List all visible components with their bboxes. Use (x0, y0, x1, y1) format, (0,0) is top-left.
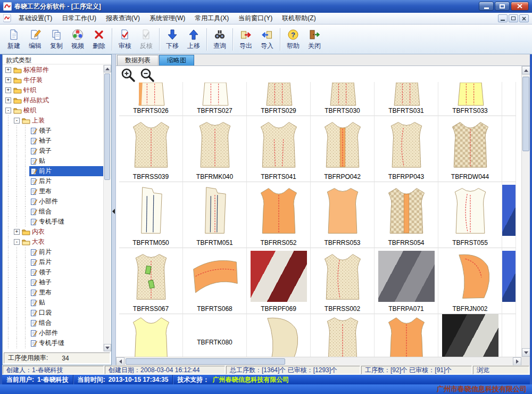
menu-item-online-help[interactable]: 联机帮助(Z) (277, 13, 320, 24)
tree-item-组合[interactable]: 组合 (3, 318, 103, 328)
tab-thumbnails[interactable]: 缩略图 (159, 55, 194, 65)
tree-item-里布[interactable]: 里布 (3, 288, 103, 298)
thumbnail-TBFRTM051[interactable]: TBFRTM051 (183, 182, 247, 248)
thumbnail-TBFRST055[interactable]: TBFRST055 (438, 182, 502, 248)
toolbar-button-help[interactable]: ? 帮助 (282, 26, 304, 53)
thumbnail-TBFRTS026[interactable]: TBFRTS026 (119, 82, 183, 116)
vertical-scrollbar[interactable] (521, 66, 530, 357)
thumbnail-TBFRTS041[interactable]: TBFRTS041 (247, 116, 311, 182)
tree-item-组合[interactable]: 组合 (3, 207, 103, 217)
sidebar-splitter[interactable] (112, 54, 116, 365)
tree-item-口袋[interactable]: 口袋 (3, 308, 103, 318)
tree-item-针织[interactable]: +针织 (3, 85, 103, 95)
thumbnail-TBFRMK040[interactable]: TBFRMK040 (183, 116, 247, 182)
tree-item-袖子[interactable]: 袖子 (3, 136, 103, 146)
toolbar-button-move-down[interactable]: 下移 (162, 26, 183, 53)
toolbar-button-move-up[interactable]: 上移 (183, 26, 204, 53)
tree-item-梭织[interactable]: -梭织 (3, 105, 103, 116)
tree-expander-icon[interactable]: + (5, 77, 11, 83)
thumbnail-cell[interactable] (502, 116, 516, 182)
tree-item-内衣[interactable]: +内衣 (3, 227, 103, 237)
thumbnail-TBFRTM050[interactable]: TBFRTM050 (119, 182, 183, 248)
mdi-minimize-button[interactable] (498, 14, 508, 22)
thumbnail-cell[interactable] (502, 248, 516, 314)
maximize-button[interactable] (495, 2, 510, 11)
scrollbar-thumb[interactable] (104, 73, 110, 180)
tree-item-牛仔装[interactable]: +牛仔装 (3, 75, 103, 85)
tree-item-袖子[interactable]: 袖子 (3, 277, 103, 288)
tab-data-list[interactable]: 数据列表 (117, 55, 159, 65)
toolbar-button-video[interactable]: 视频 (67, 26, 88, 53)
scroll-down-button[interactable] (104, 344, 111, 351)
tree-item-袋子[interactable]: 袋子 (3, 146, 103, 156)
scrollbar-thumb[interactable] (522, 77, 529, 151)
thumbnail-TBFRTS031[interactable]: TBFRTS031 (375, 82, 438, 116)
tree-item-后片[interactable]: 后片 (3, 176, 103, 186)
minimize-button[interactable] (479, 2, 494, 11)
tree-item-前片[interactable]: 前片 (3, 247, 103, 257)
tree-item-大衣[interactable]: -大衣 (3, 237, 103, 247)
menu-item-daily-work[interactable]: 日常工作(U) (57, 13, 101, 24)
toolbar-button-delete[interactable]: 删除 (88, 26, 110, 53)
thumbnail-cell[interactable] (311, 314, 375, 357)
thumbnail-TBFRSS039[interactable]: TBFRSS039 (119, 116, 183, 182)
tree-item-贴[interactable]: 贴 (3, 156, 103, 166)
thumbnail-TBFRTS030[interactable]: TBFRTS030 (311, 82, 375, 116)
thumbnail-TBFRPO042[interactable]: TBFRPO042 (311, 116, 375, 182)
tree-item-领子[interactable]: 领子 (3, 267, 103, 277)
menu-item-basic-settings[interactable]: 基础设置(T) (14, 13, 57, 24)
toolbar-button-export[interactable]: 导出 (235, 26, 256, 53)
thumbnail-cell[interactable] (502, 182, 516, 248)
tree-item-贴[interactable]: 贴 (3, 298, 103, 308)
tree-expander-icon[interactable]: - (14, 239, 20, 245)
thumbnail-TBFRTS068[interactable]: TBFRTS068 (183, 248, 247, 314)
toolbar-button-search[interactable]: 查询 (209, 26, 230, 53)
tree-item-里布[interactable]: 里布 (3, 186, 103, 196)
thumbnail-TBFRSS067[interactable]: TBFRSS067 (119, 248, 183, 314)
thumbnail-cell[interactable] (247, 314, 311, 357)
thumbnail-TBFRPA071[interactable]: TBFRPA071 (375, 248, 438, 314)
thumbnail-TBFRPF069[interactable]: TBFRPF069 (247, 248, 311, 314)
tree-item-上装[interactable]: -上装 (3, 116, 103, 126)
thumbnail-TBFRTS029[interactable]: TBFRTS029 (247, 82, 311, 116)
tree-item-样品款式[interactable]: +样品款式 (3, 95, 103, 105)
toolbar-button-close-window[interactable]: 关闭 (304, 26, 325, 53)
mdi-close-button[interactable] (519, 14, 529, 22)
thumbnail-cell[interactable] (502, 82, 516, 116)
toolbar-button-import[interactable]: 导入 (256, 26, 278, 53)
thumbnail-TBFRSS002[interactable]: TBFRSS002 (311, 248, 375, 314)
thumbnail-cell[interactable] (502, 314, 516, 357)
tree-expander-icon[interactable]: + (14, 229, 20, 235)
horizontal-scrollbar[interactable] (116, 357, 521, 365)
toolbar-button-audit[interactable]: 审核 (114, 26, 136, 53)
menu-item-system-management[interactable]: 系统管理(W) (145, 13, 190, 24)
menu-item-report-query[interactable]: 报表查询(V) (101, 13, 145, 24)
sidebar-scrollbar[interactable] (103, 65, 111, 351)
scroll-up-button[interactable] (522, 66, 530, 75)
tree-expander-icon[interactable]: - (14, 118, 20, 124)
thumbnail-TBFRRS052[interactable]: TBFRRS052 (247, 182, 311, 248)
tree-expander-icon[interactable]: + (5, 67, 11, 73)
zoom-out-icon[interactable] (139, 67, 155, 83)
zoom-in-icon[interactable] (120, 67, 136, 83)
thumbnail-TBFRJN002[interactable]: TBFRJN002 (438, 248, 502, 314)
tree-item-前片[interactable]: 前片 (3, 166, 103, 176)
tree-expander-icon[interactable]: - (5, 108, 11, 113)
thumbnail-TBFRTS033[interactable]: TBFRTS033 (438, 82, 502, 116)
menu-item-current-window[interactable]: 当前窗口(Y) (234, 13, 277, 24)
tree-item-小部件[interactable]: 小部件 (3, 196, 103, 207)
thumbnail-TBFRDW044[interactable]: TBFRDW044 (438, 116, 502, 182)
thumbnail-cell[interactable] (438, 314, 502, 357)
mdi-restore-button[interactable] (509, 14, 518, 22)
tree-item-领子[interactable]: 领子 (3, 126, 103, 136)
scroll-left-button[interactable] (116, 357, 124, 366)
menu-item-common-tools[interactable]: 常用工具(X) (190, 13, 234, 24)
tree-item-专机手缝[interactable]: 专机手缝 (3, 217, 103, 227)
close-button[interactable] (511, 2, 529, 11)
scroll-right-button[interactable] (513, 357, 521, 366)
scrollbar-thumb[interactable] (126, 358, 285, 365)
tree-expander-icon[interactable]: + (5, 97, 11, 103)
tree-item-专机手缝[interactable]: 专机手缝 (3, 338, 103, 348)
scroll-up-button[interactable] (104, 65, 111, 72)
thumbnail-TBFRPP043[interactable]: TBFRPP043 (375, 116, 438, 182)
